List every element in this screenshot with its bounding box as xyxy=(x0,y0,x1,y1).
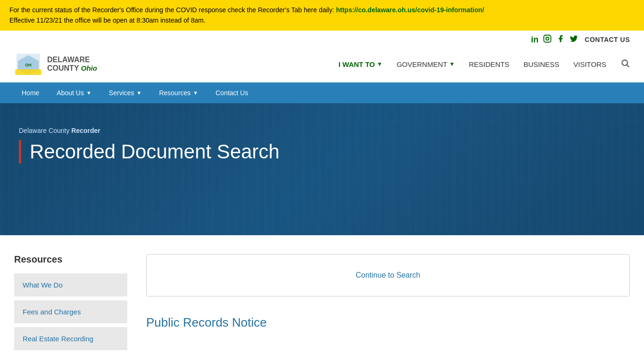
sec-nav-resources[interactable]: Resources ▼ xyxy=(151,82,206,103)
resources-chevron: ▼ xyxy=(193,90,198,96)
services-chevron: ▼ xyxy=(137,90,142,96)
sidebar-item-fees-and-charges[interactable]: Fees and Charges xyxy=(14,300,127,323)
logo-area: OH DELAWARE COUNTY Ohio xyxy=(14,51,97,77)
nav-business[interactable]: BUSINESS xyxy=(523,60,559,68)
government-arrow: ▼ xyxy=(449,61,455,67)
twitter-icon[interactable] xyxy=(570,34,578,45)
continue-search-button[interactable]: Continue to Search xyxy=(356,271,421,280)
svg-rect-0 xyxy=(544,35,551,42)
hero-content: Delaware County Recorder Recorded Docume… xyxy=(0,103,644,178)
fees-charges-link[interactable]: Fees and Charges xyxy=(14,300,127,323)
alert-banner: For the current status of the Recorder's… xyxy=(0,0,644,31)
facebook-icon[interactable] xyxy=(556,34,565,45)
search-box: Continue to Search xyxy=(146,254,630,296)
i-want-to-arrow: ▼ xyxy=(377,61,382,67)
county-logo: OH xyxy=(14,51,42,77)
top-bar: in CONTACT US xyxy=(0,31,644,49)
logo-line2: COUNTY Ohio xyxy=(47,64,97,73)
alert-text-2: Effective 11/23/21 the office will be op… xyxy=(9,16,206,24)
svg-point-1 xyxy=(546,37,549,40)
sec-nav-services[interactable]: Services ▼ xyxy=(101,82,149,103)
search-button[interactable] xyxy=(620,58,630,70)
sec-nav-home[interactable]: Home xyxy=(14,82,47,103)
nav-government[interactable]: GOVERNMENT ▼ xyxy=(396,60,454,68)
sidebar: Resources What We Do Fees and Charges Re… xyxy=(14,254,127,354)
svg-line-8 xyxy=(627,65,629,67)
about-us-chevron: ▼ xyxy=(86,90,91,96)
logo-line3: Ohio xyxy=(81,64,97,72)
svg-text:OH: OH xyxy=(25,63,32,67)
svg-point-7 xyxy=(622,60,627,66)
sidebar-item-what-we-do[interactable]: What We Do xyxy=(14,273,127,296)
real-estate-recording-link[interactable]: Real Estate Recording xyxy=(14,327,127,350)
svg-rect-6 xyxy=(15,69,41,75)
breadcrumb: Delaware County Recorder xyxy=(19,127,625,134)
social-icons: in xyxy=(531,34,578,45)
sidebar-title: Resources xyxy=(14,254,127,265)
secondary-navigation: Home About Us ▼ Services ▼ Resources ▼ C… xyxy=(0,82,644,103)
contact-us-top-link[interactable]: CONTACT US xyxy=(585,36,630,43)
header: OH DELAWARE COUNTY Ohio I WANT TO ▼ GOVE… xyxy=(0,49,644,82)
nav-visitors[interactable]: VISITORS xyxy=(573,60,606,68)
hero-section: Delaware County Recorder Recorded Docume… xyxy=(0,103,644,235)
page-title: Recorded Document Search xyxy=(19,140,625,164)
alert-text-1: For the current status of the Recorder's… xyxy=(9,6,334,14)
svg-point-2 xyxy=(549,36,550,37)
linkedin-icon[interactable]: in xyxy=(531,35,538,45)
public-records-title: Public Records Notice xyxy=(146,315,630,330)
sidebar-item-real-estate-recording[interactable]: Real Estate Recording xyxy=(14,327,127,350)
content-area: Continue to Search Public Records Notice xyxy=(146,254,630,354)
main-content: Resources What We Do Fees and Charges Re… xyxy=(0,235,644,362)
instagram-icon[interactable] xyxy=(543,34,552,45)
main-navigation: I WANT TO ▼ GOVERNMENT ▼ RESIDENTS BUSIN… xyxy=(339,58,630,70)
alert-link[interactable]: https://co.delaware.oh.us/covid-19-infor… xyxy=(336,6,484,14)
sec-nav-about-us[interactable]: About Us ▼ xyxy=(49,82,99,103)
nav-i-want-to[interactable]: I WANT TO ▼ xyxy=(339,60,382,68)
logo-line1: DELAWARE xyxy=(47,56,97,64)
nav-residents[interactable]: RESIDENTS xyxy=(469,60,510,68)
sec-nav-contact-us[interactable]: Contact Us xyxy=(208,82,256,103)
what-we-do-link[interactable]: What We Do xyxy=(14,273,127,296)
logo-text: DELAWARE COUNTY Ohio xyxy=(47,56,97,73)
